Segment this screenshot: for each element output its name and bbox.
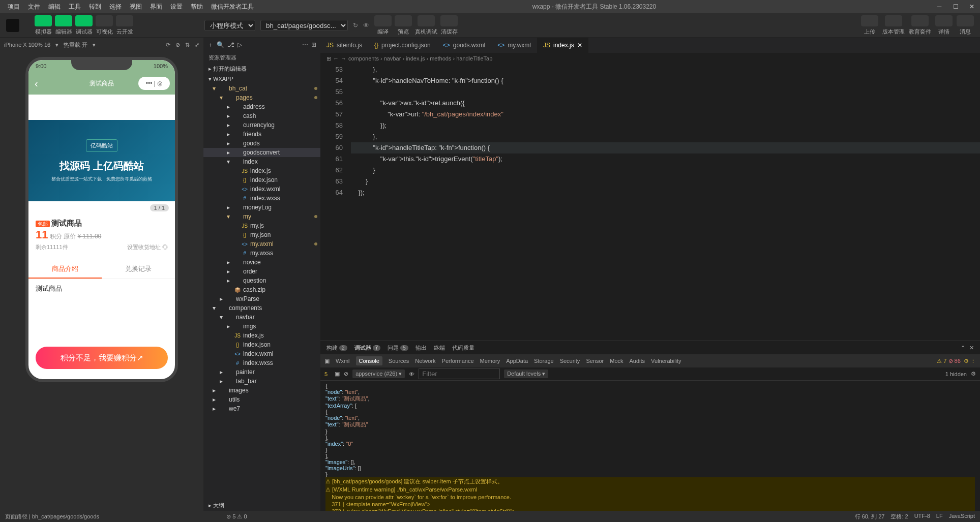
tree-components[interactable]: ▾components <box>203 303 320 313</box>
devtab-Network[interactable]: Network <box>415 358 435 364</box>
tree-images[interactable]: ▸images <box>203 386 320 395</box>
tree-index[interactable]: ▾index <box>203 157 320 166</box>
tree-index.wxml[interactable]: <>index.wxml <box>203 349 320 358</box>
code-editor[interactable]: 535455565758596061626364 }, "k-id">handl… <box>320 64 980 341</box>
menu-微信开发者工具[interactable]: 微信开发者工具 <box>207 1 257 13</box>
back-icon[interactable]: ‹ <box>35 78 38 89</box>
tree-order[interactable]: ▸order <box>203 267 320 276</box>
tab-my.wxml[interactable]: <>my.wxml <box>491 38 537 53</box>
page-select[interactable]: bh_cat/pages/goodsc... <box>260 20 348 31</box>
tab-project.config.json[interactable]: {}project.config.json <box>368 38 437 53</box>
address-link[interactable]: 设置收货地址 ◎ <box>127 243 168 251</box>
tree-goods[interactable]: ▸goods <box>203 139 320 148</box>
sim-rotate-icon[interactable]: ⇅ <box>185 42 190 48</box>
encoding[interactable]: UTF-8 <box>914 513 930 520</box>
panel-tab-调试器[interactable]: 调试器 7 <box>354 344 381 352</box>
indent-setting[interactable]: 空格: 2 <box>890 513 908 520</box>
toolbar-消息[interactable]: 消息 <box>957 15 974 36</box>
tree-plus-icon[interactable]: ＋ <box>207 41 214 49</box>
breadcrumb[interactable]: components › navbar › index.js › methods… <box>348 55 492 62</box>
console-gear-icon[interactable]: ⚙ <box>971 371 976 377</box>
menu-转到[interactable]: 转到 <box>85 1 105 13</box>
tree-goodsconvert[interactable]: ▸goodsconvert <box>203 148 320 157</box>
toolbar-教育套件[interactable]: 教育套件 <box>909 15 931 36</box>
tree-pages[interactable]: ▾pages <box>203 93 320 102</box>
menu-编辑[interactable]: 编辑 <box>45 1 64 13</box>
toolbar-编辑器[interactable]: 编辑器 <box>55 15 72 36</box>
tab-records[interactable]: 兑换记录 <box>102 260 175 279</box>
tree-friends[interactable]: ▸friends <box>203 130 320 139</box>
tree-painter[interactable]: ▸painter <box>203 367 320 377</box>
refresh-icon[interactable]: ↻ <box>353 22 358 29</box>
menu-项目[interactable]: 项目 <box>4 1 23 13</box>
outline-section[interactable]: ▸ 大纲 <box>203 500 320 511</box>
sim-stop-icon[interactable]: ⊘ <box>175 42 180 48</box>
tree-my.js[interactable]: JSmy.js <box>203 221 320 230</box>
toolbar-模拟器[interactable]: 模拟器 <box>35 15 52 36</box>
menu-选择[interactable]: 选择 <box>106 1 125 13</box>
tree-wxParse[interactable]: ▸wxParse <box>203 294 320 303</box>
tab-siteinfo.js[interactable]: JSsiteinfo.js <box>320 38 368 53</box>
toolbar-详情[interactable]: 详情 <box>935 15 953 36</box>
close-tab-icon[interactable]: ✕ <box>577 42 582 49</box>
devtab-Console[interactable]: Console <box>356 356 382 365</box>
hidden-count[interactable]: 1 hidden <box>945 371 967 377</box>
tree-debug-icon[interactable]: ▷ <box>237 41 242 48</box>
menu-帮助[interactable]: 帮助 <box>187 1 206 13</box>
panel-close-icon[interactable]: ✕ <box>969 345 974 351</box>
status-problems[interactable]: ⊘ 5 ⚠ 0 <box>226 513 247 520</box>
tab-detail[interactable]: 商品介绍 <box>28 260 102 279</box>
menu-界面[interactable]: 界面 <box>146 1 166 13</box>
tree-index.js[interactable]: JSindex.js <box>203 331 320 340</box>
tree-bh_cat[interactable]: ▾bh_cat <box>203 84 320 93</box>
console-levels[interactable]: Default levels ▾ <box>504 370 548 378</box>
tree-my.wxml[interactable]: <>my.wxml <box>203 239 320 249</box>
tree-my.wxss[interactable]: #my.wxss <box>203 249 320 258</box>
maximize-button[interactable]: ☐ <box>947 3 964 10</box>
devtab-Vulnerability[interactable]: Vulnerability <box>651 358 681 364</box>
banner[interactable]: 亿码酷站 找源码 上亿码酷站 整合优质资源一站式下载，免费您所寻觅后的煎熬 <box>28 120 175 201</box>
menu-设置[interactable]: 设置 <box>167 1 186 13</box>
status-path-label[interactable]: 页面路径 <box>5 513 27 520</box>
panel-tab-问题[interactable]: 问题 5 <box>388 344 408 352</box>
tree-index.wxss[interactable]: #index.wxss <box>203 358 320 367</box>
toolbar-版本管理[interactable]: 版本管理 <box>882 15 905 36</box>
open-editors-section[interactable]: ▸ 打开的编辑器 <box>203 64 320 74</box>
sim-refresh-icon[interactable]: ⟳ <box>166 42 170 48</box>
toolbar-云开发[interactable]: 云开发 <box>116 15 133 36</box>
panel-up-icon[interactable]: ⌃ <box>961 345 965 351</box>
devtab-Memory[interactable]: Memory <box>480 358 500 364</box>
tree-address[interactable]: ▸address <box>203 102 320 111</box>
tree-index.wxml[interactable]: <>index.wxml <box>203 185 320 194</box>
menu-工具[interactable]: 工具 <box>65 1 84 13</box>
tree-we7[interactable]: ▸we7 <box>203 404 320 413</box>
devtab-Mock[interactable]: Mock <box>610 358 623 364</box>
devtab-Security[interactable]: Security <box>560 358 580 364</box>
devtab-Performance[interactable]: Performance <box>442 358 474 364</box>
devtools-stats[interactable]: ⚠ 7 ⊘ 86 ⚙ ⋮ <box>937 358 976 364</box>
devtab-Sensor[interactable]: Sensor <box>586 358 604 364</box>
language-mode[interactable]: JavaScript <box>949 513 975 520</box>
tab-index.js[interactable]: JSindex.js ✕ <box>537 38 588 53</box>
panel-tab-输出[interactable]: 输出 <box>415 344 427 352</box>
tree-novice[interactable]: ▸novice <box>203 258 320 267</box>
tree-split-icon[interactable]: ⊞ <box>311 41 316 48</box>
devtools-inspect-icon[interactable]: ▣ <box>324 358 330 364</box>
crumb-fwd2[interactable]: → <box>341 55 346 62</box>
preview-icon[interactable]: 👁 <box>363 22 369 29</box>
console-clear-icon[interactable]: ⊘ <box>344 371 348 377</box>
tree-navbar[interactable]: ▾navbar <box>203 313 320 322</box>
crumb-fwd[interactable]: ← <box>333 55 339 62</box>
device-label[interactable]: iPhone X 100% 16 <box>4 42 50 48</box>
tree-tab_bar[interactable]: ▸tab_bar <box>203 377 320 386</box>
phone-simulator[interactable]: 9:00 100% ‹ 测试商品 ••• | ◎ 亿码酷站 找源码 上亿码酷站 … <box>25 57 178 382</box>
panel-tab-代码质量[interactable]: 代码质量 <box>452 344 474 352</box>
devtab-Audits[interactable]: Audits <box>630 358 645 364</box>
console-eye-icon[interactable]: 👁 <box>409 371 414 377</box>
tree-search-icon[interactable]: 🔍 <box>217 41 224 48</box>
tree-moneyLog[interactable]: ▸moneyLog <box>203 203 320 212</box>
devtab-AppData[interactable]: AppData <box>506 358 528 364</box>
panel-tab-终端[interactable]: 终端 <box>434 344 445 352</box>
hot-reload-label[interactable]: 热重载 开 <box>64 41 87 49</box>
menu-视图[interactable]: 视图 <box>126 1 145 13</box>
